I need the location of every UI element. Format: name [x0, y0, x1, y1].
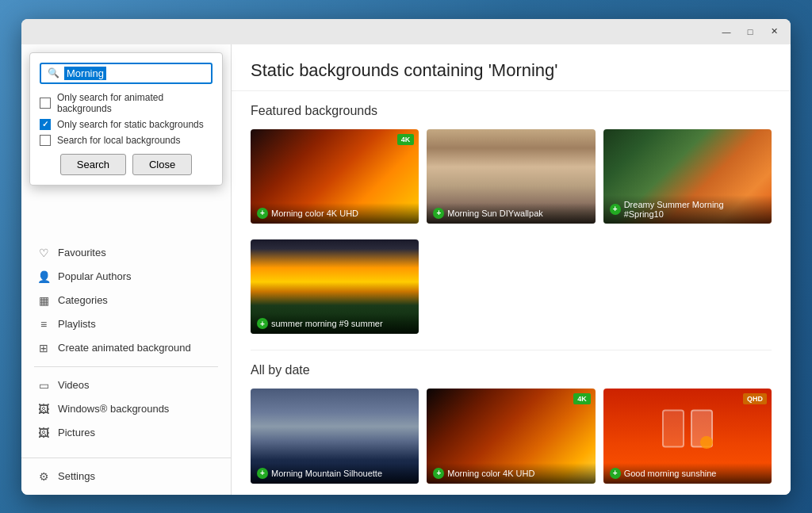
search-button[interactable]: Search — [60, 154, 126, 175]
thumb-title-3: Dreamy Summer Morning #Spring10 — [624, 200, 765, 219]
all-by-date-grid: + Morning Mountain Silhouette + Morning … — [251, 389, 772, 483]
thumb-good-morning[interactable]: + Good morning sunshine QHD — [603, 389, 772, 483]
thumb-mountain-silhouette[interactable]: + Morning Mountain Silhouette — [251, 389, 419, 483]
panel-header: Static backgrounds containing 'Morning' — [232, 44, 791, 91]
add-icon-2: + — [433, 208, 444, 219]
person-icon: 👤 — [37, 270, 50, 283]
thumb-dreamy-summer[interactable]: + Dreamy Summer Morning #Spring10 — [603, 129, 772, 224]
add-icon-1: + — [257, 208, 268, 219]
sidebar-footer: ⚙ Settings — [21, 457, 231, 495]
thumb-title-6: Morning color 4K UHD — [447, 469, 534, 478]
sidebar-item-popular-authors[interactable]: 👤 Popular Authors — [21, 265, 231, 289]
add-icon-6: + — [433, 468, 444, 479]
pictures-icon: 🖼 — [37, 427, 50, 439]
nav-label-create-animated: Create animated background — [58, 342, 191, 354]
sidebar-item-pictures[interactable]: 🖼 Pictures — [21, 421, 231, 445]
thumb-title-7: Good morning sunshine — [624, 469, 717, 478]
maximize-button[interactable]: □ — [740, 24, 760, 40]
all-by-date-title: All by date — [251, 363, 772, 377]
thumb-label-6: + Morning color 4K UHD — [427, 463, 595, 484]
checkbox-local[interactable] — [40, 135, 51, 146]
nav-label-windows-backgrounds: Windows® backgrounds — [58, 403, 169, 415]
checkbox-static[interactable] — [40, 119, 51, 130]
checkbox-static-row[interactable]: Only search for static backgrounds — [40, 119, 213, 130]
checkbox-local-label: Search for local backgrounds — [57, 135, 180, 146]
featured-partial-grid: + summer morning #9 summer — [251, 239, 772, 334]
thumb-label-5: + Morning Mountain Silhouette — [251, 463, 419, 484]
thumb-label-7: + Good morning sunshine — [603, 463, 772, 484]
title-bar: — □ ✕ — [21, 19, 791, 44]
thumb-badge-1: 4K — [397, 134, 415, 145]
nav-label-playlists: Playlists — [58, 318, 96, 330]
close-search-button[interactable]: Close — [132, 154, 192, 175]
nav-label-pictures: Pictures — [58, 427, 95, 438]
nav-label-videos: Videos — [58, 379, 90, 391]
thumb-summer-morning[interactable]: + summer morning #9 summer — [251, 239, 419, 334]
video-icon: ▭ — [37, 379, 50, 392]
thumb-morning-color2[interactable]: + Morning color 4K UHD 4K — [427, 389, 595, 483]
section-divider — [251, 350, 772, 350]
sidebar-item-settings[interactable]: ⚙ Settings — [21, 465, 231, 488]
windows-bg-icon: 🖼 — [37, 403, 50, 415]
sidebar-item-create-animated[interactable]: ⊞ Create animated background — [21, 336, 231, 360]
thumb-label-1: + Morning color 4K UHD — [251, 203, 419, 224]
minimize-button[interactable]: — — [716, 24, 737, 40]
phone-back — [662, 409, 684, 447]
grid-icon: ▦ — [37, 294, 50, 307]
search-popup: 🔍 Morning Only search for animated backg… — [29, 52, 223, 186]
thumb-title-4: summer morning #9 summer — [271, 319, 383, 328]
checkbox-animated-row[interactable]: Only search for animated backgrounds — [40, 92, 213, 114]
thumb-label-4: + summer morning #9 summer — [251, 313, 419, 334]
thumb-badge-6: 4K — [573, 393, 591, 404]
thumb-title-2: Morning Sun DIYwallpak — [447, 209, 542, 218]
search-input-value: Morning — [64, 67, 106, 80]
dot-decoration — [700, 436, 713, 449]
thumb-morning-color-uhd[interactable]: + Morning color 4K UHD 4K — [251, 129, 419, 224]
plus-icon: ⊞ — [37, 342, 50, 354]
search-icon: 🔍 — [48, 67, 59, 78]
add-icon-5: + — [257, 468, 268, 479]
main-content: 🔍 Morning Only search for animated backg… — [21, 44, 791, 495]
thumb-title-5: Morning Mountain Silhouette — [271, 469, 382, 478]
list-icon: ≡ — [37, 318, 50, 331]
sidebar-item-favourites[interactable]: ♡ Favourites — [21, 241, 231, 265]
search-input-wrapper: 🔍 Morning — [40, 63, 213, 84]
panel-title: Static backgrounds containing 'Morning' — [251, 60, 772, 81]
heart-icon: ♡ — [37, 247, 50, 259]
checkbox-animated-label: Only search for animated backgrounds — [57, 92, 213, 114]
panel-body[interactable]: Featured backgrounds + Morning color 4K … — [232, 91, 791, 495]
app-window: — □ ✕ 🔍 Morning Only search for animated… — [21, 19, 791, 495]
featured-section-title: Featured backgrounds — [251, 104, 772, 118]
main-panel: Static backgrounds containing 'Morning' … — [232, 44, 791, 495]
nav-label-categories: Categories — [58, 294, 108, 306]
nav-label-popular-authors: Popular Authors — [58, 270, 132, 282]
title-bar-controls: — □ ✕ — [716, 24, 784, 40]
sidebar-nav: ♡ Favourites 👤 Popular Authors ▦ Categor… — [21, 235, 231, 451]
thumb-badge-7: QHD — [743, 393, 767, 404]
thumb-label-2: + Morning Sun DIYwallpak — [427, 203, 595, 224]
gear-icon: ⚙ — [37, 470, 50, 483]
close-button[interactable]: ✕ — [764, 24, 784, 40]
sidebar-item-playlists[interactable]: ≡ Playlists — [21, 312, 231, 336]
featured-grid: + Morning color 4K UHD 4K + Morning Sun … — [251, 129, 772, 224]
add-icon-4: + — [257, 318, 268, 329]
nav-label-settings: Settings — [58, 470, 95, 482]
sidebar: 🔍 Morning Only search for animated backg… — [21, 44, 232, 495]
add-icon-3: + — [610, 204, 621, 215]
thumb-title-1: Morning color 4K UHD — [271, 209, 358, 218]
sidebar-item-videos[interactable]: ▭ Videos — [21, 373, 231, 397]
thumb-morning-sun[interactable]: + Morning Sun DIYwallpak — [427, 129, 595, 224]
add-icon-7: + — [610, 468, 621, 479]
thumb-label-3: + Dreamy Summer Morning #Spring10 — [603, 195, 772, 224]
search-buttons: Search Close — [40, 154, 213, 175]
checkbox-local-row[interactable]: Search for local backgrounds — [40, 135, 213, 146]
sidebar-item-windows-backgrounds[interactable]: 🖼 Windows® backgrounds — [21, 397, 231, 421]
sidebar-divider-1 — [34, 366, 218, 367]
nav-label-favourites: Favourites — [58, 247, 106, 258]
sidebar-item-categories[interactable]: ▦ Categories — [21, 289, 231, 312]
checkbox-animated[interactable] — [40, 98, 51, 109]
checkbox-static-label: Only search for static backgrounds — [57, 119, 204, 130]
